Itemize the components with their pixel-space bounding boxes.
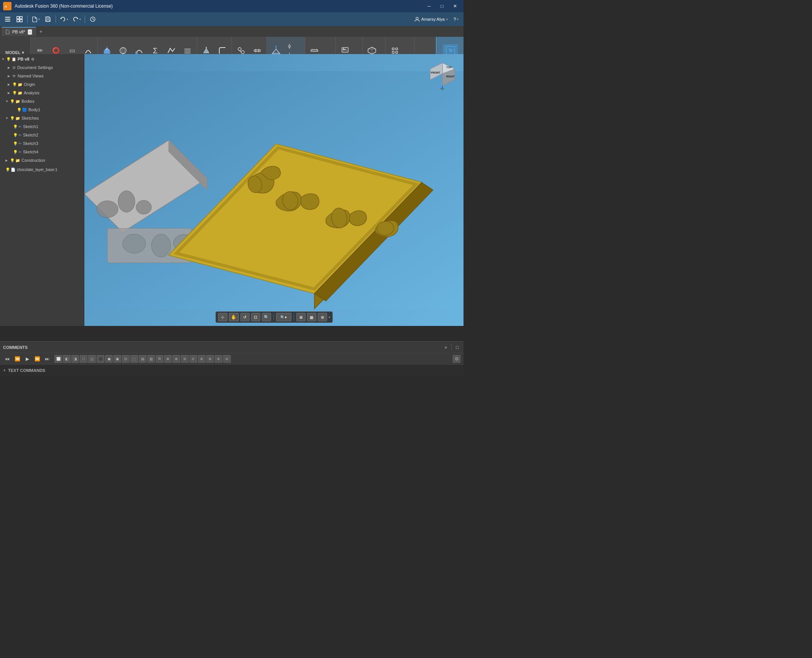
timeline-btn-4[interactable]: □	[80, 355, 87, 363]
timeline-btn-2[interactable]: ◧	[63, 355, 71, 363]
construct-axis-button[interactable]	[284, 42, 294, 51]
anim-last-button[interactable]: ⏭	[43, 355, 51, 363]
anim-play-button[interactable]: ▶	[23, 355, 31, 363]
timeline-btn-20[interactable]: ⊜	[215, 355, 222, 363]
anim-prev-button[interactable]: ⏪	[13, 355, 21, 363]
svg-text:A: A	[5, 5, 7, 8]
svg-point-17	[122, 48, 124, 54]
svg-line-25	[240, 51, 241, 52]
tab-bar: PB v8* ✕ +	[0, 26, 464, 37]
svg-point-61	[151, 234, 171, 257]
view-cube[interactable]: TOP FRONT RIGHT Z	[427, 60, 458, 90]
tree-item-construction[interactable]: ▶ 💡 📁 Construction	[0, 156, 84, 164]
timeline-btn-16[interactable]: ⊘	[181, 355, 189, 363]
timeline-btn-17[interactable]: ⊙	[189, 355, 197, 363]
user-button[interactable]: Amarsy Alya ▾	[413, 14, 449, 25]
orbit-button[interactable]: ↺	[240, 313, 250, 321]
app-menu-button[interactable]	[2, 14, 13, 25]
tab-close-button[interactable]: ✕	[28, 29, 32, 35]
snap-button[interactable]: ⊞	[318, 313, 327, 321]
tree-item-bodies[interactable]: ▼ 💡 📁 Bodies	[0, 97, 84, 105]
svg-point-24	[241, 51, 244, 54]
zoom-fit-button[interactable]: ⊡	[251, 313, 260, 321]
pan-button[interactable]: ✋	[229, 313, 239, 321]
timeline-btn-21[interactable]: ⊝	[223, 355, 231, 363]
tree-item-sketch4[interactable]: 💡 ✏ Sketch4	[0, 148, 84, 156]
grid-button[interactable]: ▦	[307, 313, 316, 321]
tree-item-sketches[interactable]: ▼ 💡 📁 Sketches	[0, 114, 84, 122]
redo-button[interactable]: ▾	[71, 14, 82, 25]
tree-item-root[interactable]: ▼ 💡 📋 PB v8 ⚙	[0, 55, 84, 63]
tree-item-sketch1[interactable]: 💡 ✏ Sketch1	[0, 122, 84, 131]
timeline-btn-18[interactable]: ⊚	[198, 355, 205, 363]
display-mode-button[interactable]: 🖥	[296, 313, 306, 321]
comments-bar: COMMENTS + ◻	[0, 341, 464, 353]
anim-next-button[interactable]: ⏩	[33, 355, 41, 363]
svg-rect-13	[104, 51, 110, 54]
browser-tree: ▼ 💡 📋 PB v8 ⚙ ▶ ⚙ Document Settings ▶ 👁 …	[0, 54, 84, 326]
animation-bar: ⏮ ⏪ ▶ ⏩ ⏭ ⬜ ◧ ◨ □ ◱ ⬛ ◼ ▣ ⊡ ⬚ ▤ ▥ ⧉ ⊕ ⊗ …	[0, 353, 464, 364]
timeline-btn-13[interactable]: ⧉	[156, 355, 163, 363]
timeline-btn-12[interactable]: ▥	[147, 355, 155, 363]
file-button[interactable]: ▾	[30, 14, 41, 25]
orbit-home-button[interactable]: ⊹	[218, 313, 227, 321]
tree-item-sketch3[interactable]: 💡 ✏ Sketch3	[0, 139, 84, 148]
tab-name: PB v8*	[12, 30, 25, 34]
svg-point-56	[97, 201, 118, 218]
svg-rect-7	[17, 20, 19, 22]
timeline-btn-5[interactable]: ◱	[88, 355, 96, 363]
comments-expand-button[interactable]: ◻	[454, 345, 460, 350]
main-toolbar: ▾ ▾ ▾ Amarsy Alya ▾ ? ▾	[0, 12, 464, 26]
viewport-nav-toolbar: ⊹ ✋ ↺ ⊡ 🔍 🔍▾ 🖥 ▦ ⊞ ▾	[215, 311, 333, 323]
timeline-btn-1[interactable]: ⬜	[54, 355, 62, 363]
svg-rect-8	[20, 20, 22, 22]
close-button[interactable]: ✕	[450, 2, 460, 10]
timeline-btn-9[interactable]: ⊡	[122, 355, 130, 363]
user-name: Amarsy Alya	[421, 17, 445, 21]
timeline-btn-10[interactable]: ⬚	[130, 355, 138, 363]
zoom-dropdown-button[interactable]: 🔍▾	[276, 313, 291, 321]
svg-rect-51	[396, 51, 398, 53]
svg-text:RIGHT: RIGHT	[446, 75, 455, 78]
timeline-btn-7[interactable]: ◼	[105, 355, 113, 363]
svg-rect-48	[392, 48, 394, 50]
active-tab[interactable]: PB v8* ✕	[2, 27, 36, 36]
comments-add-button[interactable]: +	[443, 344, 449, 350]
svg-rect-6	[20, 16, 22, 19]
viewport[interactable]: TOP FRONT RIGHT Z ⊹ ✋ ↺ ⊡ 🔍 🔍▾ 🖥 ▦ ⊞ ▾	[84, 54, 464, 326]
svg-text:Z: Z	[441, 87, 442, 89]
svg-rect-26	[254, 50, 260, 51]
timeline-btn-14[interactable]: ⊕	[164, 355, 172, 363]
svg-text:FRONT: FRONT	[431, 71, 441, 74]
svg-line-79	[442, 88, 445, 90]
anim-first-button[interactable]: ⏮	[3, 355, 12, 363]
new-tab-button[interactable]: +	[37, 27, 45, 36]
tree-item-body1[interactable]: 💡 🟦 Body1	[0, 105, 84, 114]
tree-item-doc-settings[interactable]: ▶ ⚙ Document Settings	[0, 63, 84, 72]
tree-item-sketch2[interactable]: 💡 ✏ Sketch2	[0, 131, 84, 139]
svg-rect-38	[311, 50, 318, 51]
anim-settings-button[interactable]: ⚙	[453, 355, 460, 363]
timeline-btn-3[interactable]: ◨	[71, 355, 79, 363]
timeline-btn-19[interactable]: ⊛	[206, 355, 214, 363]
zoom-button[interactable]: 🔍	[262, 313, 271, 321]
tree-item-analysis[interactable]: ▶ 💡 📁 Analysis	[0, 89, 84, 97]
app-title: Autodesk Fusion 360 (Non-commercial Lice…	[15, 3, 113, 9]
timeline-btn-6[interactable]: ⬛	[97, 355, 104, 363]
save-button[interactable]	[43, 14, 53, 25]
svg-point-57	[118, 191, 135, 212]
maximize-button[interactable]: □	[437, 2, 447, 10]
window-controls: ─ □ ✕	[424, 2, 460, 10]
help-button[interactable]: ? ▾	[450, 14, 461, 25]
timeline-btn-11[interactable]: ▤	[139, 355, 146, 363]
timeline-btn-15[interactable]: ⊗	[173, 355, 180, 363]
tree-item-named-views[interactable]: ▶ 👁 Named Views	[0, 72, 84, 80]
grid-view-button[interactable]	[14, 14, 25, 25]
timeline-btn-8[interactable]: ▣	[113, 355, 121, 363]
tree-item-origin[interactable]: ▶ 💡 📁 Origin	[0, 80, 84, 89]
undo-button[interactable]: ▾	[58, 14, 70, 25]
history-button[interactable]	[87, 14, 98, 25]
tree-item-chocolate[interactable]: 💡 📄 chocolate_layer_base:1	[0, 165, 84, 174]
svg-point-44	[343, 48, 344, 50]
minimize-button[interactable]: ─	[424, 2, 434, 10]
